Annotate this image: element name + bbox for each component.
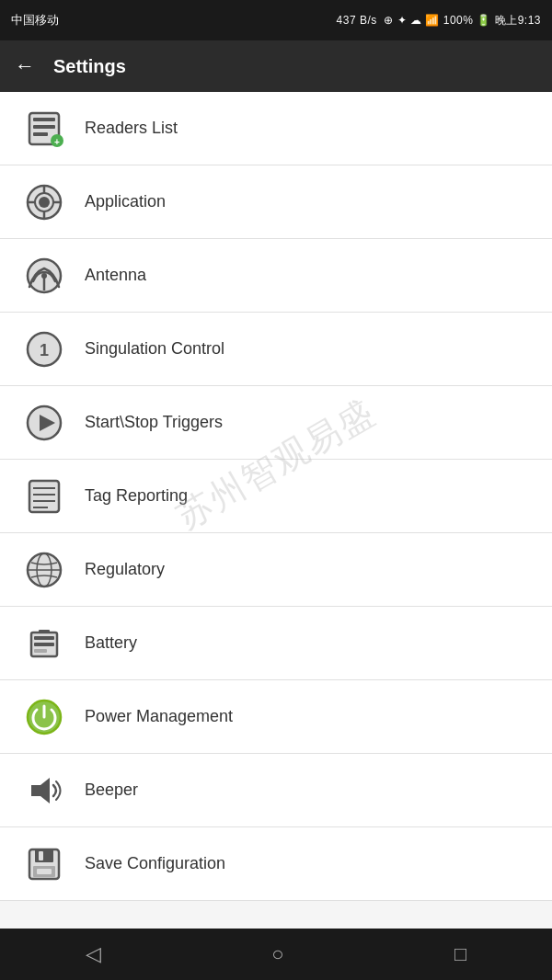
- start-stop-triggers-icon: [18, 397, 70, 449]
- save-configuration-icon: [18, 838, 70, 890]
- svg-rect-37: [39, 851, 43, 860]
- nav-recent-button[interactable]: □: [427, 933, 494, 975]
- bottom-nav: ◁ ○ □: [0, 929, 552, 980]
- battery-icon: [18, 618, 70, 669]
- antenna-label: Antenna: [85, 266, 146, 285]
- battery-label: Battery: [85, 633, 137, 653]
- power-management-label: Power Management: [85, 707, 233, 726]
- status-right-info: 437 B/s ⊕ ✦ ☁ 📶 100% 🔋 晚上9:13: [337, 13, 541, 28]
- beeper-icon: [18, 765, 70, 816]
- readers-list-icon: +: [18, 103, 70, 154]
- tag-reporting-label: Tag Reporting: [85, 486, 188, 506]
- singulation-control-icon: 1: [18, 324, 70, 375]
- svg-rect-30: [34, 636, 54, 640]
- svg-text:1: 1: [40, 341, 49, 359]
- status-carrier: 中国移动: [11, 12, 59, 28]
- settings-item-start-stop-triggers[interactable]: Start\Stop Triggers: [0, 386, 552, 460]
- tag-reporting-icon: [18, 471, 70, 522]
- content-area: 苏州智观易盛 + Readers List: [0, 92, 552, 929]
- save-configuration-label: Save Configuration: [85, 854, 225, 873]
- settings-item-beeper[interactable]: Beeper: [0, 754, 552, 827]
- svg-rect-29: [39, 630, 50, 633]
- settings-item-antenna[interactable]: Antenna: [0, 239, 552, 313]
- svg-text:+: +: [54, 137, 60, 147]
- settings-item-save-configuration[interactable]: Save Configuration: [0, 827, 552, 901]
- svg-rect-32: [34, 649, 47, 653]
- settings-item-battery[interactable]: Battery: [0, 607, 552, 680]
- nav-back-button[interactable]: ◁: [58, 933, 129, 975]
- singulation-control-label: Singulation Control: [85, 339, 224, 359]
- settings-item-tag-reporting[interactable]: Tag Reporting: [0, 460, 552, 533]
- status-battery: 100%: [443, 14, 474, 27]
- title-bar: ← Settings: [0, 40, 552, 92]
- beeper-label: Beeper: [85, 781, 138, 800]
- status-time: 晚上9:13: [495, 14, 541, 27]
- settings-item-power-management[interactable]: Power Management: [0, 680, 552, 754]
- svg-rect-3: [33, 132, 48, 136]
- svg-rect-39: [37, 869, 52, 874]
- svg-rect-2: [33, 125, 55, 129]
- settings-item-application[interactable]: Application: [0, 165, 552, 239]
- application-icon: [18, 177, 70, 228]
- settings-item-singulation-control[interactable]: 1 Singulation Control: [0, 313, 552, 386]
- svg-rect-36: [35, 849, 53, 862]
- start-stop-triggers-label: Start\Stop Triggers: [85, 413, 223, 432]
- regulatory-icon: [18, 544, 70, 596]
- page-title: Settings: [53, 56, 126, 77]
- regulatory-label: Regulatory: [85, 560, 165, 579]
- settings-item-regulatory[interactable]: Regulatory: [0, 533, 552, 607]
- svg-rect-1: [33, 118, 55, 121]
- svg-point-7: [39, 197, 50, 208]
- readers-list-label: Readers List: [85, 119, 178, 138]
- status-bar: 中国移动 437 B/s ⊕ ✦ ☁ 📶 100% 🔋 晚上9:13: [0, 0, 552, 40]
- svg-marker-34: [31, 778, 50, 803]
- application-label: Application: [85, 192, 166, 211]
- power-management-icon: [18, 691, 70, 743]
- back-button[interactable]: ←: [15, 54, 35, 78]
- nav-home-button[interactable]: ○: [244, 933, 311, 975]
- status-speed: 437 B/s: [337, 14, 377, 27]
- settings-list: + Readers List Application: [0, 92, 552, 901]
- svg-rect-31: [34, 643, 54, 646]
- antenna-icon: [18, 250, 70, 302]
- settings-item-readers-list[interactable]: + Readers List: [0, 92, 552, 165]
